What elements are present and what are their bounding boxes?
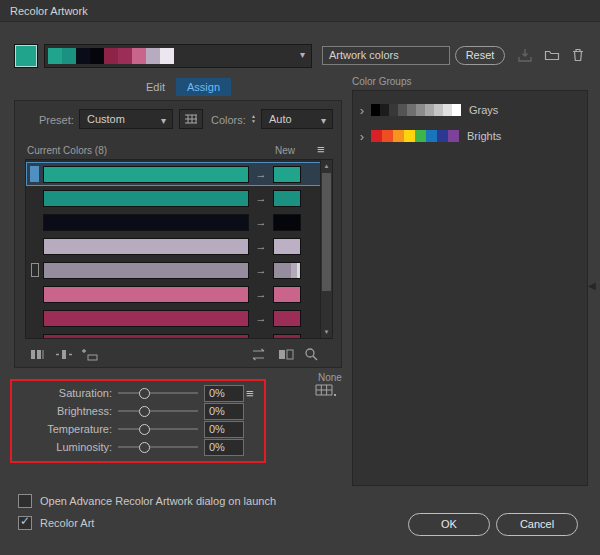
colors-dropdown[interactable]: Auto ▾ xyxy=(261,109,333,129)
temperature-label: Temperature: xyxy=(14,423,118,435)
launch-dialog-checkbox-row[interactable]: ✓ Open Advance Recolor Artwork dialog on… xyxy=(18,494,276,508)
none-swatch-icon[interactable] xyxy=(315,383,337,399)
color-row[interactable]: → xyxy=(26,186,322,210)
dialog-title: Recolor Artwork xyxy=(10,5,88,17)
preset-dropdown[interactable]: Custom ▾ xyxy=(79,109,173,129)
current-color-bar[interactable] xyxy=(43,166,249,183)
recolor-art-checkbox-row[interactable]: ✓ Recolor Art xyxy=(18,516,94,530)
trash-icon[interactable] xyxy=(570,47,588,65)
color-group-grays[interactable]: › Grays xyxy=(353,97,587,123)
new-color-swatch[interactable] xyxy=(273,214,301,231)
color-chip xyxy=(416,104,425,116)
temperature-row: Temperature: 0% xyxy=(14,421,256,437)
current-colors-list: → → → → xyxy=(25,159,333,339)
random-change-saturation-icon[interactable] xyxy=(277,347,295,363)
new-color-swatch[interactable] xyxy=(273,286,301,303)
slider-thumb[interactable] xyxy=(139,406,150,417)
list-menu-icon[interactable]: ≡ xyxy=(317,142,325,157)
checkbox[interactable]: ✓ xyxy=(18,516,32,530)
arrow-icon: → xyxy=(249,216,273,228)
saturation-slider[interactable] xyxy=(118,386,198,400)
row-handle xyxy=(30,166,39,182)
scrollbar[interactable]: ▲ ▼ xyxy=(320,160,332,338)
color-row[interactable]: → xyxy=(26,162,322,186)
current-color-bar[interactable] xyxy=(43,238,249,255)
current-color-bar[interactable] xyxy=(43,286,249,303)
title-bar[interactable]: Recolor Artwork xyxy=(0,0,600,22)
luminosity-value[interactable]: 0% xyxy=(204,439,244,456)
color-groups-title: Color Groups xyxy=(352,76,411,87)
current-color-bar[interactable] xyxy=(43,334,249,340)
slider-thumb[interactable] xyxy=(139,442,150,453)
color-chip xyxy=(443,104,452,116)
scroll-thumb[interactable] xyxy=(322,173,331,291)
current-color-bar[interactable] xyxy=(43,310,249,327)
merge-colors-icon[interactable] xyxy=(29,347,47,363)
colors-stepper[interactable]: ▲ ▼ xyxy=(247,109,260,129)
new-color-main xyxy=(274,335,300,340)
tab-assign[interactable]: Assign xyxy=(176,78,231,96)
none-label: None xyxy=(318,372,342,383)
row-handle xyxy=(30,310,39,326)
color-chip xyxy=(160,48,174,64)
new-color-swatch[interactable] xyxy=(273,238,301,255)
scroll-down-icon[interactable]: ▼ xyxy=(321,326,332,338)
current-colors-header: Current Colors (8) xyxy=(27,145,107,156)
sliders-menu-icon[interactable]: ≡ xyxy=(246,386,254,401)
slider-thumb[interactable] xyxy=(139,388,150,399)
color-chip xyxy=(146,48,160,64)
find-color-icon[interactable] xyxy=(303,347,321,363)
slider-thumb[interactable] xyxy=(139,424,150,435)
row-handle xyxy=(31,263,39,277)
brightness-value[interactable]: 0% xyxy=(204,403,244,420)
collapse-panel-icon[interactable]: ◀ xyxy=(588,280,596,291)
current-color-bar[interactable] xyxy=(43,262,249,279)
ok-button[interactable]: OK xyxy=(408,513,490,536)
color-row[interactable]: → xyxy=(26,282,322,306)
color-row[interactable]: → xyxy=(26,306,322,330)
luminosity-slider[interactable] xyxy=(118,440,198,454)
color-row[interactable]: → xyxy=(26,258,322,282)
color-row[interactable]: → xyxy=(26,210,322,234)
chevron-right-icon[interactable]: › xyxy=(353,129,371,144)
reset-button[interactable]: Reset xyxy=(455,46,505,65)
random-change-order-icon[interactable] xyxy=(251,347,269,363)
launch-dialog-label: Open Advance Recolor Artwork dialog on l… xyxy=(40,495,276,507)
new-color-main xyxy=(274,263,291,278)
new-color-swatch[interactable] xyxy=(273,166,301,183)
new-color-swatch[interactable] xyxy=(273,334,301,340)
color-chip xyxy=(404,130,415,142)
color-row[interactable]: → xyxy=(26,234,322,258)
tab-edit[interactable]: Edit xyxy=(146,81,165,93)
temperature-value[interactable]: 0% xyxy=(204,421,244,438)
new-color-row-icon[interactable] xyxy=(81,347,99,363)
chevron-down-icon: ▾ xyxy=(300,49,305,60)
new-color-swatch[interactable] xyxy=(273,262,301,279)
split-handle[interactable] xyxy=(297,263,300,278)
color-row[interactable]: → xyxy=(26,330,322,339)
chevron-right-icon[interactable]: › xyxy=(353,103,371,118)
preset-label: Preset: xyxy=(39,114,74,126)
artwork-colors-dropdown[interactable]: ▾ xyxy=(44,44,312,68)
color-group-brights[interactable]: › Brights xyxy=(353,123,587,149)
saturation-value[interactable]: 0% xyxy=(204,385,244,402)
folder-icon[interactable] xyxy=(544,47,562,65)
color-chip xyxy=(371,130,382,142)
separate-colors-icon[interactable] xyxy=(55,347,73,363)
checkbox[interactable]: ✓ xyxy=(18,494,32,508)
temperature-slider[interactable] xyxy=(118,422,198,436)
save-group-icon[interactable] xyxy=(517,47,535,65)
current-color-bar[interactable] xyxy=(43,190,249,207)
artwork-colors-input[interactable]: Artwork colors xyxy=(322,46,450,65)
new-color-swatch[interactable] xyxy=(273,190,301,207)
saturation-label: Saturation: xyxy=(14,387,118,399)
arrow-icon: → xyxy=(249,168,273,180)
brightness-slider[interactable] xyxy=(118,404,198,418)
cancel-button[interactable]: Cancel xyxy=(496,513,578,536)
current-color-bar[interactable] xyxy=(43,214,249,231)
scroll-up-icon[interactable]: ▲ xyxy=(321,160,332,172)
color-chip xyxy=(380,104,389,116)
luminosity-label: Luminosity: xyxy=(14,441,118,453)
new-color-swatch[interactable] xyxy=(273,310,301,327)
color-reduction-options-button[interactable] xyxy=(179,109,203,129)
